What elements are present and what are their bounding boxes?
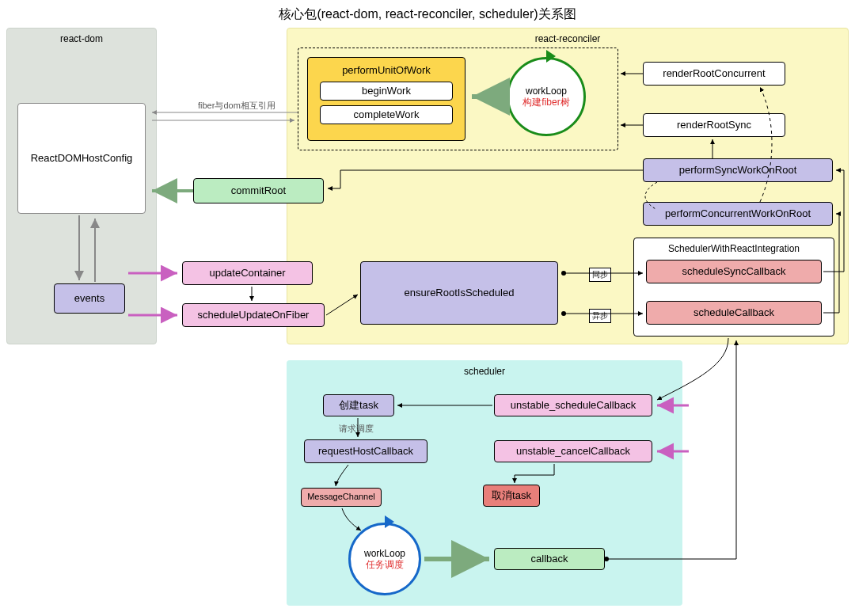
node-schedule-sync-callback: scheduleSyncCallback [646, 260, 822, 283]
node-commit-root: commitRoot [193, 178, 324, 203]
label-fiber-dom-ref: fiber与dom相互引用 [198, 100, 276, 112]
node-unstable-schedule-callback: unstable_scheduleCallback [494, 394, 652, 416]
label-request-schedule: 请求调度 [339, 423, 374, 435]
panel-scheduler-label: scheduler [287, 366, 682, 377]
node-request-host-callback: requestHostCallback [304, 439, 428, 463]
node-callback: callback [494, 548, 605, 570]
node-perform-sync-work-on-root: performSyncWorkOnRoot [643, 158, 833, 182]
node-events: events [54, 283, 125, 314]
node-schedule-update-on-fiber: scheduleUpdateOnFiber [182, 303, 325, 327]
tag-async: 异步 [589, 309, 611, 323]
node-perform-unit-of-work: performUnitOfWork beginWork completeWork [307, 57, 466, 141]
node-workloop-fiber-label: workLoop [526, 86, 567, 97]
node-react-dom-host-config: ReactDOMHostConfig [17, 103, 146, 214]
node-schedule-callback: scheduleCallback [646, 301, 822, 325]
panel-react-dom-label: react-dom [7, 33, 156, 44]
node-workloop-scheduler: workLoop 任务调度 [348, 523, 421, 595]
workloop-scheduler-triangle-icon [385, 515, 394, 528]
node-begin-work: beginWork [320, 82, 453, 101]
diagram-title: 核心包(react-dom, react-reconciler, schedul… [0, 6, 855, 23]
node-workloop-fiber: workLoop 构建fiber树 [507, 57, 586, 136]
group-swri-label: SchedulerWithReactIntegration [668, 243, 800, 254]
tag-sync: 同步 [589, 268, 611, 282]
node-render-root-concurrent: renderRootConcurrent [643, 62, 785, 86]
node-complete-work: completeWork [320, 105, 453, 124]
workloop-fiber-triangle-icon [546, 50, 556, 63]
node-create-task: 创建task [323, 394, 394, 416]
node-ensure-root-is-scheduled: ensureRootIsScheduled [360, 261, 558, 325]
node-workloop-scheduler-label: workLoop [364, 548, 405, 559]
node-update-container: updateContainer [182, 261, 313, 285]
node-message-channel: MessageChannel [301, 488, 382, 507]
label-perform-unit-of-work: performUnitOfWork [342, 64, 431, 77]
node-render-root-sync: renderRootSync [643, 113, 785, 137]
node-workloop-scheduler-sub: 任务调度 [366, 559, 404, 570]
node-workloop-fiber-sub: 构建fiber树 [522, 97, 569, 108]
node-cancel-task: 取消task [483, 485, 540, 507]
panel-react-reconciler-label: react-reconciler [287, 33, 848, 44]
node-unstable-cancel-callback: unstable_cancelCallback [494, 440, 652, 462]
node-perform-concurrent-work-on-root: performConcurrentWorkOnRoot [643, 202, 833, 226]
